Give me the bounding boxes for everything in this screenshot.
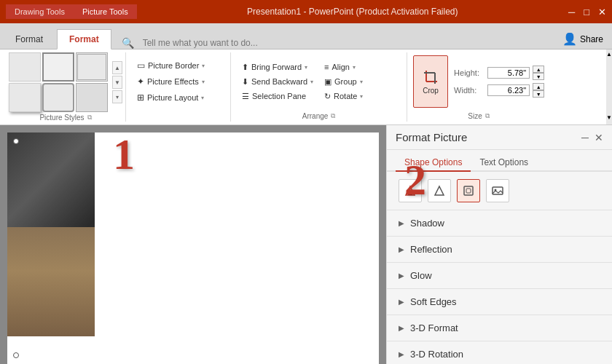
- arrange-label: Arrange ⧉: [237, 111, 401, 122]
- close-button[interactable]: ✕: [598, 7, 606, 17]
- bring-forward-button[interactable]: ⬆ Bring Forward ▾: [237, 60, 318, 74]
- arrange-grid: ⬆ Bring Forward ▾ ≡ Align ▾ ⬇ Send Backw…: [237, 60, 401, 103]
- selected-image[interactable]: [7, 132, 95, 336]
- photo-hand: [7, 227, 95, 336]
- picture-styles-group: ▲ ▼ ▾ Picture Styles ⧉: [6, 52, 126, 122]
- soft-edges-label: Soft Edges: [410, 296, 457, 307]
- style-thumb-6[interactable]: [76, 83, 108, 112]
- width-up-button[interactable]: ▲: [533, 83, 544, 90]
- picture-styles-content: ▲ ▼ ▾: [9, 52, 122, 112]
- fill-icon-button[interactable]: [399, 179, 422, 202]
- width-down-button[interactable]: ▼: [533, 90, 544, 98]
- shadow-expand-icon: ▶: [399, 219, 404, 227]
- picture-tools-tab[interactable]: Picture Tools: [74, 4, 137, 19]
- tab-format-drawing[interactable]: Format: [3, 29, 55, 49]
- crop-button[interactable]: Crop: [413, 55, 448, 108]
- size-expand-icon[interactable]: ⧉: [485, 112, 490, 120]
- send-backward-dropdown-icon: ▾: [310, 79, 313, 85]
- drawing-tools-tab[interactable]: Drawing Tools: [6, 4, 74, 19]
- group-button[interactable]: ▣ Group ▾: [319, 75, 401, 89]
- shadow-section-header[interactable]: ▶ Shadow: [387, 210, 612, 236]
- ribbon-scroll-up[interactable]: ▲: [606, 51, 612, 60]
- panel-icon-buttons: [387, 172, 612, 210]
- panel-sections: ▶ Shadow ▶ Reflection ▶ Glow ▶ Sof: [387, 210, 612, 364]
- share-label: Share: [580, 34, 603, 44]
- panel-close-button[interactable]: ✕: [595, 132, 603, 143]
- shape-options-tab[interactable]: Shape Options: [396, 154, 471, 172]
- soft-edges-section: ▶ Soft Edges: [387, 289, 612, 315]
- glow-section-header[interactable]: ▶ Glow: [387, 263, 612, 288]
- style-scroll: ▲ ▼ ▾: [112, 61, 122, 103]
- style-thumb-4[interactable]: [9, 83, 41, 112]
- line-icon: [434, 185, 445, 197]
- scroll-more-button[interactable]: ▾: [112, 90, 122, 103]
- arrange-expand-icon[interactable]: ⧉: [331, 112, 335, 120]
- picture-layout-icon: ⊞: [137, 92, 144, 103]
- share-button[interactable]: 👤 Share: [557, 32, 609, 46]
- picture-border-button[interactable]: ▭ Picture Border ▾: [132, 58, 210, 73]
- tell-me-input[interactable]: [137, 38, 548, 48]
- 3d-format-section-header[interactable]: ▶ 3-D Format: [387, 315, 612, 341]
- picture-icon-button[interactable]: [486, 179, 509, 202]
- picture-layout-dropdown-icon: ▾: [201, 95, 204, 101]
- size-label: Size ⧉: [413, 111, 544, 122]
- selection-pane-button[interactable]: ☰ Selection Pane: [237, 90, 318, 103]
- svg-marker-6: [435, 186, 444, 195]
- picture-effects-icon: ✦: [137, 76, 144, 87]
- style-thumb-2[interactable]: [42, 52, 74, 82]
- tab-format-picture[interactable]: Format: [57, 29, 111, 50]
- reflection-section-header[interactable]: ▶ Reflection: [387, 237, 612, 262]
- width-input[interactable]: [487, 84, 530, 96]
- panel-pin-button[interactable]: ─: [581, 132, 589, 143]
- style-thumb-5[interactable]: [42, 83, 74, 112]
- crop-icon: [423, 69, 439, 85]
- width-spinners: ▲ ▼: [533, 83, 544, 98]
- reflection-expand-icon: ▶: [399, 245, 404, 253]
- 3d-rotation-section: ▶ 3-D Rotation: [387, 341, 612, 364]
- panel-title: Format Picture: [396, 131, 467, 143]
- soft-edges-section-header[interactable]: ▶ Soft Edges: [387, 289, 612, 314]
- width-row: Width: ▲ ▼: [454, 83, 544, 98]
- scroll-up-button[interactable]: ▲: [112, 61, 122, 74]
- style-thumb-3[interactable]: [76, 52, 108, 82]
- style-thumbnails: [9, 52, 108, 112]
- minimize-button[interactable]: ─: [568, 7, 575, 17]
- style-thumb-1[interactable]: [9, 52, 41, 82]
- glow-label: Glow: [410, 270, 432, 281]
- effects-icon-button[interactable]: [457, 179, 480, 202]
- effects-icon: [463, 185, 474, 197]
- align-button[interactable]: ≡ Align ▾: [319, 60, 401, 74]
- height-spinners: ▲ ▼: [533, 66, 544, 80]
- picture-styles-expand-icon[interactable]: ⧉: [87, 114, 92, 122]
- reflection-section: ▶ Reflection: [387, 237, 612, 263]
- line-icon-button[interactable]: [428, 179, 451, 202]
- slide-area[interactable]: [0, 125, 386, 364]
- scroll-down-button[interactable]: ▼: [112, 76, 122, 89]
- ribbon-scroll-down[interactable]: ▼: [606, 114, 612, 123]
- text-options-tab[interactable]: Text Options: [471, 154, 537, 172]
- selection-handle-bottom-left[interactable]: [13, 352, 19, 358]
- 3d-rotation-expand-icon: ▶: [399, 350, 404, 358]
- restore-button[interactable]: □: [584, 7, 589, 17]
- align-dropdown-icon: ▾: [353, 64, 356, 71]
- panel-header: Format Picture ─ ✕: [387, 125, 612, 150]
- selection-handle-top-left[interactable]: [13, 138, 19, 144]
- 3d-format-label: 3-D Format: [410, 323, 458, 333]
- height-label: Height:: [454, 68, 484, 77]
- window-controls: ─ □ ✕: [568, 7, 606, 17]
- picture-commands-group: ▭ Picture Border ▾ ✦ Picture Effects ▾ ⊞…: [129, 52, 231, 122]
- send-backward-button[interactable]: ⬇ Send Backward ▾: [237, 75, 318, 89]
- size-inputs: Height: ▲ ▼ Width: ▲ ▼: [454, 66, 544, 98]
- picture-styles-label: Picture Styles ⧉: [9, 112, 122, 123]
- size-content: Crop Height: ▲ ▼ Width: ▲ ▼: [413, 52, 544, 111]
- height-up-button[interactable]: ▲: [533, 66, 544, 73]
- bring-forward-dropdown-icon: ▾: [305, 64, 307, 71]
- height-down-button[interactable]: ▼: [533, 73, 544, 80]
- 3d-rotation-section-header[interactable]: ▶ 3-D Rotation: [387, 341, 612, 364]
- picture-layout-button[interactable]: ⊞ Picture Layout ▾: [132, 90, 210, 105]
- height-input[interactable]: [487, 67, 530, 79]
- picture-effects-button[interactable]: ✦ Picture Effects ▾: [132, 74, 210, 89]
- rotate-button[interactable]: ↻ Rotate ▾: [319, 90, 401, 103]
- panel-tabs: Shape Options Text Options: [387, 150, 612, 172]
- height-row: Height: ▲ ▼: [454, 66, 544, 80]
